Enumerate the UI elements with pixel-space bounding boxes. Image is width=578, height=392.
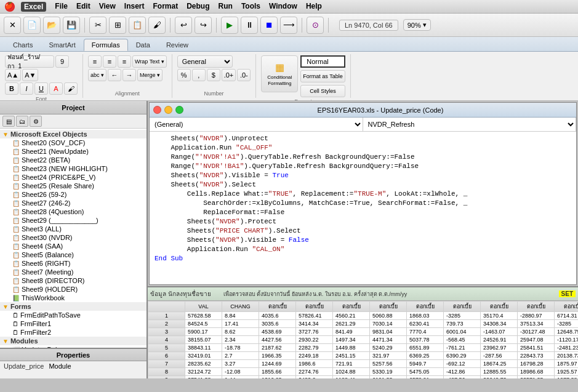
cell-r1-c9[interactable]: 35170.4 [481,312,518,320]
menu-help[interactable]: Help [306,2,322,12]
cell-r4-c10[interactable]: 25947.08 [518,336,555,344]
cell-r5-c10[interactable]: 25841.51 [518,344,555,352]
sidebar-properties-btn[interactable]: ⚙ [30,116,42,127]
cell-r4-c4[interactable]: 2930.22 [296,336,333,344]
font-size-btn[interactable]: 9 [55,55,69,68]
cell-r3-c1[interactable]: 5900.17 [185,328,222,336]
cell-r3-c7[interactable]: 7770.4 [407,328,444,336]
indent-increase-btn[interactable]: → [122,69,136,81]
underline-btn[interactable]: U [34,82,48,95]
cell-r2-c9[interactable]: 34308.34 [481,320,518,328]
tree-item-sheet9[interactable]: 📋 Sheet9 (HOLDER) [0,285,147,294]
cell-r7-c7[interactable]: 5949.7 [407,360,444,368]
decrease-font-btn[interactable]: A▼ [22,69,38,81]
window-close-btn[interactable] [153,106,161,114]
macro-btn[interactable]: ⊙ [307,17,324,34]
editor-procedure-select[interactable]: NVDR_Refresh [363,118,577,131]
cell-r6-c4[interactable]: 2249.18 [296,352,333,360]
cell-r6-c11[interactable]: 20138.73 [555,352,579,360]
cell-r8-c2[interactable]: -12.08 [222,368,259,376]
close-btn[interactable]: ✕ [4,17,21,34]
cell-r9-c2[interactable]: 1.44 [222,376,259,379]
comma-btn[interactable]: , [192,69,206,81]
menu-debug[interactable]: Debug [187,2,209,12]
fill-color-btn[interactable]: 🖌 [64,82,78,95]
tree-item-sheet23[interactable]: 📋 Sheet23 (NEW HIGHLIGHT) [0,164,147,173]
menu-tools[interactable]: Tools [241,2,260,12]
cell-r7-c10[interactable]: 16798.28 [518,360,555,368]
cell-r3-c5[interactable]: 841.49 [333,328,370,336]
cell-r8-c1[interactable]: 32124.72 [185,368,222,376]
cell-r7-c5[interactable]: 721.91 [333,360,370,368]
cell-r1-c10[interactable]: -2880.97 [518,312,555,320]
cell-r4-c2[interactable]: 2.34 [222,336,259,344]
merge-btn[interactable]: Merge ▾ [137,69,163,81]
menu-excel[interactable]: Excel [21,2,46,12]
cell-r8-c11[interactable]: 1925.57 [555,368,579,376]
tree-item-sheet6[interactable]: 📋 Sheet6 (RIGHT) [0,259,147,268]
cell-r8-c8[interactable]: -412.86 [444,368,481,376]
menu-edit[interactable]: Edit [76,2,90,12]
cut-btn[interactable]: ✂ [89,17,106,34]
cell-r5-c11[interactable]: -2481.23 [555,344,579,352]
pause-btn[interactable]: ⏸ [241,17,258,34]
cell-r8-c7[interactable]: 5475.05 [407,368,444,376]
decimal-decrease-btn[interactable]: .0- [237,69,251,81]
indent-decrease-btn[interactable]: ← [108,69,121,81]
cell-r7-c8[interactable]: -692.12 [444,360,481,368]
font-color-btn[interactable]: A [49,82,63,95]
spreadsheet-body[interactable]: VAL CHANG ดอกเบี้ย ดอกเบี้ย ดอกเบี้ย ดอก… [148,301,578,378]
cell-r7-c1[interactable]: 28235.62 [185,360,222,368]
cell-r2-c8[interactable]: 739.73 [444,320,481,328]
tree-item-sheet29[interactable]: 📋 Sheet29 (____________) [0,216,147,225]
cell-r7-c11[interactable]: 1875.97 [555,360,579,368]
cell-r5-c4[interactable]: 2282.79 [296,344,333,352]
cell-r4-c3[interactable]: 4427.56 [259,336,296,344]
cell-r1-c1[interactable]: 57628.58 [185,312,222,320]
cell-r9-c7[interactable]: 6570.91 [407,376,444,379]
tree-item-sheet8[interactable]: 📋 Sheet8 (DIRECTOR) [0,276,147,285]
cell-r6-c2[interactable]: 2.7 [222,352,259,360]
cell-r9-c1[interactable]: 27541.38 [185,376,222,379]
cell-r8-c9[interactable]: 12885.55 [481,368,518,376]
menu-run[interactable]: Run [219,2,233,12]
cell-r1-c4[interactable]: 57826.41 [296,312,333,320]
tab-charts[interactable]: Charts [5,39,41,51]
cell-r3-c3[interactable]: 4538.69 [259,328,296,336]
tree-item-sheet25[interactable]: 📋 Sheet25 (Resale Share) [0,182,147,190]
cell-r2-c2[interactable]: 17.41 [222,320,259,328]
cell-r2-c11[interactable]: -3285 [555,320,579,328]
cell-r9-c10[interactable]: 23571.35 [518,376,555,379]
cell-r4-c6[interactable]: 4471.34 [370,336,407,344]
tree-item-sheet27[interactable]: 📋 Sheet27 (246-2) [0,199,147,207]
window-minimize-btn[interactable] [164,106,172,114]
italic-btn[interactable]: I [20,82,33,95]
tree-item-thisworkbook[interactable]: 📗 ThisWorkbook [0,294,147,302]
tree-item-form0[interactable]: 🗒 FrmEditPathToSave [0,311,147,319]
wrap-text-btn[interactable]: Wrap Text ▾ [132,55,167,68]
undo-btn[interactable]: ↩ [175,17,192,34]
cell-r4-c7[interactable]: 5037.78 [407,336,444,344]
tab-review[interactable]: Review [158,39,196,51]
align-right-btn[interactable]: ≡ [118,55,131,68]
new-btn[interactable]: 📄 [23,17,41,34]
cell-r2-c3[interactable]: 3035.6 [259,320,296,328]
window-maximize-btn[interactable] [175,106,183,114]
bold-btn[interactable]: B [5,82,18,95]
tree-section-modules[interactable]: ▼ Modules [0,337,147,345]
cell-r6-c5[interactable]: 2451.15 [333,352,370,360]
cell-r2-c7[interactable]: 6230.41 [407,320,444,328]
cell-r7-c2[interactable]: 3.27 [222,360,259,368]
font-name-btn[interactable]: ฟอนต์_ร้าน/กา_1 [5,55,54,68]
cell-r4-c8[interactable]: -568.45 [444,336,481,344]
cell-r6-c7[interactable]: 6369.25 [407,352,444,360]
percent-btn[interactable]: % [177,69,191,81]
menu-format[interactable]: Format [153,2,179,12]
cell-r4-c5[interactable]: 1497.34 [333,336,370,344]
tree-item-sheet4[interactable]: 📋 Sheet4 (SAA) [0,242,147,250]
cell-r1-c11[interactable]: 6714.31 [555,312,579,320]
tree-item-sheet21[interactable]: 📋 Sheet21 (NewUpdate) [0,147,147,156]
sidebar-view-btn[interactable]: ▤ [2,116,15,127]
cell-r3-c10[interactable]: -30127.48 [518,328,555,336]
cell-r6-c10[interactable]: 22843.73 [518,352,555,360]
